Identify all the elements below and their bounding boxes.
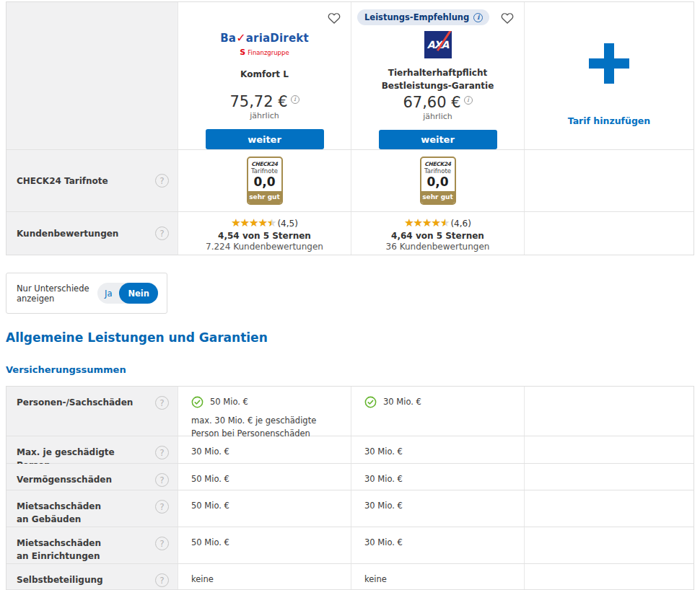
row-label-cell: Mietsachschäden an Gebäuden ? <box>6 490 178 527</box>
value-cell: 30 Mio. € <box>351 490 524 527</box>
row-label: CHECK24 Tarifnote <box>17 175 113 188</box>
favorite-heart-icon[interactable] <box>500 11 515 25</box>
value-cell: 30 Mio. € <box>351 527 524 563</box>
table-row: Mietsachschäden an Gebäuden ? 50 Mio. € … <box>6 490 694 527</box>
bavariadirekt-logo: Ba✓ariaDirekt SFinanzgruppe <box>220 31 309 69</box>
value-text: 30 Mio. € <box>364 474 403 484</box>
row-label-cell: Vermögensschäden ? <box>6 464 178 490</box>
ja-nein-toggle[interactable]: Ja Nein <box>97 283 158 304</box>
value-text: 30 Mio. € <box>364 537 403 547</box>
price-info-icon[interactable]: i <box>464 96 473 105</box>
row-label: Mietsachschäden an Gebäuden <box>17 500 118 526</box>
add-tariff-label: Tarif hinzufügen <box>568 115 651 126</box>
empty-cell <box>524 387 694 436</box>
tarifnote-cell: CHECK24 Tarifnote 0,0 sehr gut <box>351 150 524 211</box>
table-row: Selbstbeteiligung ? keine keine <box>6 563 694 589</box>
axa-logo: AXA <box>424 31 452 67</box>
check-circle-icon <box>191 396 204 408</box>
rating-cell: ★★★★★★★★★★ (4,5) 4,54 von 5 Sternen 7.22… <box>178 212 351 255</box>
row-label: Vermögensschäden <box>17 473 116 486</box>
tariff-name: Komfort L <box>240 69 289 91</box>
value-cell: 50 Mio. € <box>178 527 351 563</box>
row-label: Kundenbewertungen <box>17 227 123 240</box>
value-text: 50 Mio. € <box>191 501 229 511</box>
value-text: 30 Mio. € <box>383 396 421 408</box>
section-subtitle: Versicherungssummen <box>6 364 700 375</box>
help-question-icon[interactable]: ? <box>155 174 169 188</box>
help-question-icon[interactable]: ? <box>155 473 169 487</box>
row-label: Mietsachschäden an Einrichtungen <box>17 537 118 563</box>
value-cell: 50 Mio. € max. 30 Mio. € je geschädigte … <box>178 387 351 436</box>
differences-toggle-card: Nur Unterschiede anzeigen Ja Nein <box>6 273 167 314</box>
empty-cell <box>524 464 694 490</box>
star-rating-icon: ★★★★★★★★★★ <box>404 218 449 229</box>
check-circle-icon <box>364 396 377 408</box>
star-rating-icon: ★★★★★★★★★★ <box>231 218 276 229</box>
help-question-icon[interactable]: ? <box>155 573 169 587</box>
section-title: Allgemeine Leistungen und Garantien <box>6 330 700 345</box>
value-cell: 50 Mio. € <box>178 490 351 527</box>
toggle-label: Nur Unterschiede anzeigen <box>17 283 97 304</box>
table-row: Vermögensschäden ? 50 Mio. € 30 Mio. € <box>6 463 694 490</box>
price-info-icon[interactable]: i <box>291 95 299 104</box>
favorite-heart-icon[interactable] <box>327 11 341 25</box>
row-label-cell: Selbstbeteiligung ? <box>6 564 178 589</box>
empty-cell <box>524 436 694 463</box>
tarifnote-label-cell: CHECK24 Tarifnote ? <box>6 150 178 211</box>
tarifnote-cell: CHECK24 Tarifnote 0,0 sehr gut <box>178 150 351 211</box>
recommendation-badge[interactable]: Leistungs-Empfehlung i <box>357 9 489 25</box>
tarifnote-badge: CHECK24 Tarifnote 0,0 sehr gut <box>247 157 283 205</box>
rating-value: 4,64 von 5 Sternen <box>391 231 484 241</box>
value-cell: 30 Mio. € <box>178 436 351 463</box>
add-tariff-cell[interactable]: Tarif hinzufügen <box>524 2 694 149</box>
empty-cell <box>524 490 694 527</box>
tarifnote-badge: CHECK24 Tarifnote 0,0 sehr gut <box>420 157 456 205</box>
table-row: Max. je geschädigte Person ? 30 Mio. € 3… <box>6 436 694 463</box>
tariff-card-axa: Leistungs-Empfehlung i AXA Tierhalterhaf… <box>351 2 524 149</box>
value-text: 30 Mio. € <box>364 446 403 457</box>
empty-cell <box>524 212 694 255</box>
plus-icon <box>589 43 629 84</box>
sparkasse-finanzgruppe-logo: SFinanzgruppe <box>240 48 289 57</box>
value-cell: keine <box>351 564 524 589</box>
toggle-option-nein[interactable]: Nein <box>119 283 158 304</box>
header-empty-cell <box>6 2 178 149</box>
weiter-button[interactable]: weiter <box>206 129 324 149</box>
tariff-comparison-table: Ba✓ariaDirekt SFinanzgruppe Komfort L 75… <box>6 1 694 255</box>
empty-cell <box>524 527 694 563</box>
table-row: Mietsachschäden an Einrichtungen ? 50 Mi… <box>6 527 694 563</box>
price-period: jährlich <box>423 112 452 121</box>
row-label-cell: Max. je geschädigte Person ? <box>6 436 178 463</box>
tariff-card-bavariadirekt: Ba✓ariaDirekt SFinanzgruppe Komfort L 75… <box>178 2 351 149</box>
row-label-cell: Mietsachschäden an Einrichtungen ? <box>6 527 178 563</box>
value-text: 50 Mio. € <box>210 396 248 408</box>
help-question-icon[interactable]: ? <box>155 226 169 240</box>
weiter-button[interactable]: weiter <box>379 130 497 149</box>
tariff-price: 67,60 €i <box>403 94 472 111</box>
value-text: 50 Mio. € <box>191 537 229 547</box>
help-question-icon[interactable]: ? <box>155 396 169 410</box>
rating-cell: ★★★★★★★★★★ (4,6) 4,64 von 5 Sternen 36 K… <box>351 212 524 255</box>
help-question-icon[interactable]: ? <box>155 446 169 459</box>
value-cell: 50 Mio. € <box>178 464 351 490</box>
value-text: 30 Mio. € <box>364 501 403 511</box>
help-question-icon[interactable]: ? <box>155 537 169 550</box>
rating-value: 4,54 von 5 Sternen <box>218 231 311 241</box>
toggle-option-ja[interactable]: Ja <box>97 289 119 299</box>
value-cell: 30 Mio. € <box>351 387 524 436</box>
rating-count: 7.224 Kundenbewertungen <box>206 242 323 252</box>
tarifnote-row: CHECK24 Tarifnote ? CHECK24 Tarifnote 0,… <box>6 149 694 211</box>
help-question-icon[interactable]: ? <box>155 500 169 514</box>
rating-count: 36 Kundenbewertungen <box>386 242 490 252</box>
badge-info-icon[interactable]: i <box>473 13 483 22</box>
value-cell: 30 Mio. € <box>351 436 524 463</box>
value-text: 50 Mio. € <box>191 474 229 484</box>
row-label: Selbstbeteiligung <box>17 573 108 586</box>
benefits-table: Personen-/Sachschäden ? 50 Mio. € max. 3… <box>6 386 694 590</box>
value-cell: 30 Mio. € <box>351 464 524 490</box>
ratings-row: Kundenbewertungen ? ★★★★★★★★★★ (4,5) 4,5… <box>6 211 694 255</box>
empty-cell <box>524 564 694 589</box>
value-text: keine <box>364 574 387 584</box>
bavariadirekt-check-glyph: ✓ <box>236 31 246 45</box>
table-row: Personen-/Sachschäden ? 50 Mio. € max. 3… <box>6 387 694 436</box>
